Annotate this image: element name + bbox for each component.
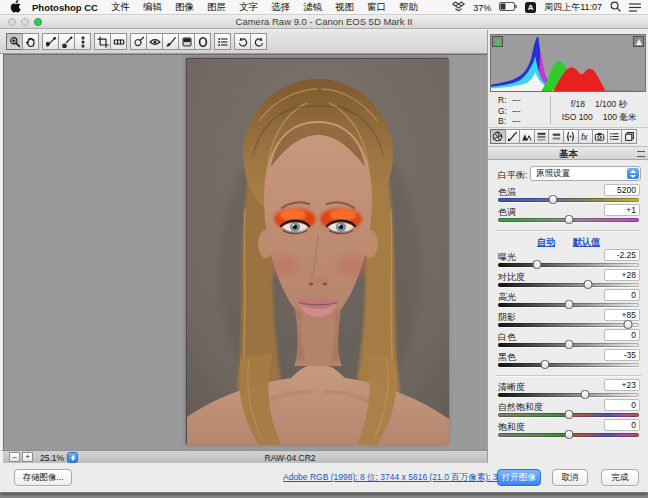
tab-hsl-grayscale[interactable] xyxy=(534,129,550,144)
window-titlebar[interactable]: Camera Raw 9.0 - Canon EOS 5D Mark II xyxy=(0,15,648,29)
slider-track[interactable] xyxy=(498,393,639,397)
dialog-content: – + 25.1% RAW-04.CR2 xyxy=(0,30,648,463)
tab-lens-corrections[interactable] xyxy=(563,129,579,144)
crop-tool[interactable] xyxy=(94,33,111,50)
white-balance-label: 白平衡: xyxy=(498,169,528,182)
slider-track[interactable] xyxy=(498,263,639,267)
shadow-clipping-indicator[interactable] xyxy=(492,36,503,47)
rotate-right-icon[interactable] xyxy=(250,33,267,50)
slider-value-field[interactable]: -2.25 xyxy=(604,249,640,261)
menu-item-6[interactable]: 选择 xyxy=(271,1,290,14)
presence-sliders: 清晰度 +23 自然饱和度 0 饱和度 0 xyxy=(488,381,648,441)
slider-knob[interactable] xyxy=(533,260,542,269)
menu-item-10[interactable]: 帮助 xyxy=(399,1,418,14)
slider-value-field[interactable]: 0 xyxy=(604,289,640,301)
open-image-button[interactable]: 打开图像 xyxy=(497,469,541,486)
menu-item-1[interactable]: 文件 xyxy=(111,1,130,14)
tab-detail[interactable] xyxy=(519,129,535,144)
tab-split-toning[interactable] xyxy=(548,129,564,144)
menu-item-3[interactable]: 图像 xyxy=(175,1,194,14)
slider-track[interactable] xyxy=(498,323,639,327)
photo-preview[interactable] xyxy=(186,58,448,444)
adjustment-brush-tool[interactable] xyxy=(162,33,179,50)
slider-value-field[interactable]: 5200 xyxy=(604,184,640,196)
menu-item-2[interactable]: 编辑 xyxy=(143,1,162,14)
hand-tool[interactable] xyxy=(22,33,39,50)
slider-track[interactable] xyxy=(498,413,639,417)
slider-value-field[interactable]: 0 xyxy=(604,329,640,341)
tab-tone-curve[interactable] xyxy=(505,129,521,144)
rotate-left-icon[interactable] xyxy=(234,33,251,50)
dropbox-icon[interactable] xyxy=(452,1,465,14)
slider-knob[interactable] xyxy=(581,390,590,399)
zoom-in-button[interactable]: + xyxy=(22,452,33,462)
apple-icon[interactable] xyxy=(10,0,21,15)
radial-filter-tool[interactable] xyxy=(194,33,211,50)
slider-track[interactable] xyxy=(498,198,639,202)
image-canvas[interactable] xyxy=(0,54,487,450)
slider-value-field[interactable]: +23 xyxy=(604,379,640,391)
cancel-button[interactable]: 取消 xyxy=(552,469,588,486)
histogram-plot xyxy=(491,35,645,91)
straighten-tool[interactable] xyxy=(110,33,127,50)
slider-knob[interactable] xyxy=(564,430,573,439)
slider-knob[interactable] xyxy=(623,320,632,329)
panel-flyout-menu-icon[interactable] xyxy=(637,151,645,157)
slider-value-field[interactable]: 0 xyxy=(604,399,640,411)
zoom-level[interactable]: 25.1% xyxy=(40,453,64,463)
zoom-out-button[interactable]: – xyxy=(9,452,20,462)
zoom-level-stepper[interactable] xyxy=(67,452,78,463)
slider-value-field[interactable]: 0 xyxy=(604,419,640,431)
slider-knob[interactable] xyxy=(564,340,573,349)
white-balance-select[interactable]: 原照设置 xyxy=(530,166,641,181)
battery-icon xyxy=(499,2,517,13)
done-button[interactable]: 完成 xyxy=(601,469,639,486)
menu-item-9[interactable]: 窗口 xyxy=(367,1,386,14)
spotlight-icon[interactable] xyxy=(610,1,621,14)
slider-knob[interactable] xyxy=(584,280,593,289)
graduated-filter-tool[interactable] xyxy=(178,33,195,50)
preferences-tool[interactable] xyxy=(214,33,231,50)
menu-item-5[interactable]: 文字 xyxy=(239,1,258,14)
tab-snapshots[interactable] xyxy=(621,129,637,144)
slider-track[interactable] xyxy=(498,433,639,437)
menu-item-8[interactable]: 视图 xyxy=(335,1,354,14)
slider-value-field[interactable]: +28 xyxy=(604,269,640,281)
auto-link[interactable]: 自动 xyxy=(537,237,555,247)
menubar-clock[interactable]: 周四上午11:07 xyxy=(544,1,602,14)
slider-knob[interactable] xyxy=(564,410,573,419)
save-image-button[interactable]: 存储图像... xyxy=(14,469,72,486)
white-balance-tool[interactable] xyxy=(42,33,59,50)
slider-value-field[interactable]: -35 xyxy=(604,349,640,361)
default-link[interactable]: 默认值 xyxy=(573,237,600,247)
tab-basic[interactable] xyxy=(490,129,506,144)
slider-track[interactable] xyxy=(498,363,639,367)
menu-item-photoshop[interactable]: Photoshop CC xyxy=(32,2,98,13)
tab-camera-calibration[interactable] xyxy=(592,129,608,144)
red-eye-tool[interactable] xyxy=(146,33,163,50)
slider-track[interactable] xyxy=(498,343,639,347)
zoom-tool[interactable] xyxy=(6,33,23,50)
slider-track[interactable] xyxy=(498,283,639,287)
highlight-clipping-indicator[interactable] xyxy=(633,36,644,47)
workflow-options-link[interactable]: Adobe RGB (1998); 8 位; 3744 x 5616 (21.0… xyxy=(283,472,521,484)
tab-effects[interactable]: fx xyxy=(578,129,594,144)
input-method-icon[interactable]: A xyxy=(525,2,536,13)
slider-knob[interactable] xyxy=(564,215,573,224)
spot-removal-tool[interactable] xyxy=(130,33,147,50)
histogram[interactable] xyxy=(490,34,646,92)
menu-item-4[interactable]: 图层 xyxy=(207,1,226,14)
slider-track[interactable] xyxy=(498,218,639,222)
slider-knob[interactable] xyxy=(540,360,549,369)
menu-item-7[interactable]: 滤镜 xyxy=(303,1,322,14)
slider-track[interactable] xyxy=(498,303,639,307)
slider-knob[interactable] xyxy=(548,195,557,204)
panel-title: 基本 xyxy=(559,148,578,159)
tab-presets[interactable] xyxy=(607,129,623,144)
notification-center-icon[interactable] xyxy=(629,2,641,14)
slider-knob[interactable] xyxy=(564,300,573,309)
targeted-adjustment-tool[interactable] xyxy=(74,33,91,50)
color-sampler-tool[interactable] xyxy=(58,33,75,50)
slider-value-field[interactable]: +1 xyxy=(604,204,640,216)
slider-value-field[interactable]: +85 xyxy=(604,309,640,321)
